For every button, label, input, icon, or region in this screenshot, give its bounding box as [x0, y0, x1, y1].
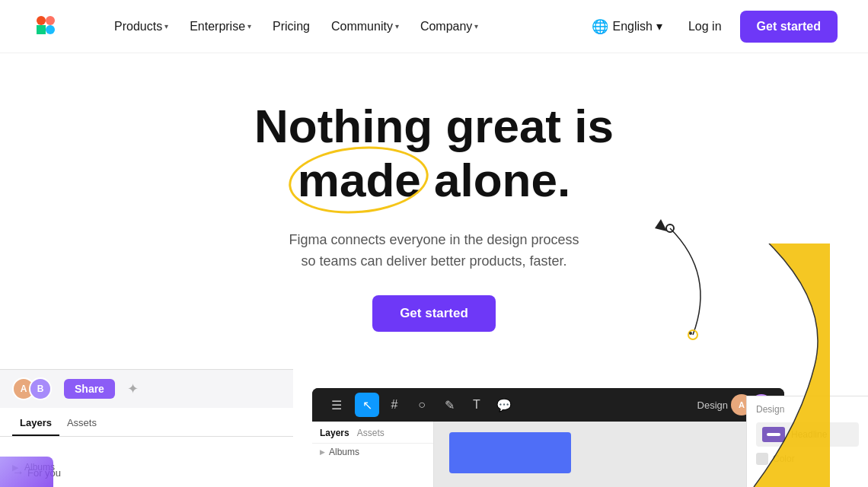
component-thumbnail [762, 427, 785, 442]
layers-panel: Layers Assets ▶ Albums [312, 422, 434, 487]
comment-icon[interactable]: 💬 [492, 393, 516, 417]
design-section-label: Design [756, 404, 859, 415]
hero-title: Nothing great is made alone. [254, 99, 614, 208]
ellipse-icon[interactable]: ○ [410, 393, 434, 417]
figma-canvas [434, 422, 784, 487]
svg-rect-1 [46, 16, 55, 25]
component-name-label: Headline [791, 429, 827, 440]
right-panel-preview: Design Headline Color [746, 396, 868, 487]
avatar: B [29, 377, 52, 400]
purple-blob [0, 457, 53, 487]
logo[interactable] [30, 10, 61, 43]
svg-rect-5 [37, 25, 46, 34]
nav-right: 🌐 English ▾ Log in Get started [584, 11, 838, 43]
share-button[interactable]: Share [64, 379, 115, 399]
tab-assets[interactable]: Assets [59, 412, 104, 436]
hero-highlight-made: made [298, 153, 421, 207]
pen-icon[interactable]: ✎ [437, 393, 461, 417]
bottom-preview: A B Share ✦ Layers Assets ▶ Albums → For… [0, 369, 868, 487]
svg-point-4 [46, 25, 55, 34]
chevron-down-icon: ▾ [247, 22, 251, 30]
chevron-down-icon: ▾ [656, 19, 662, 33]
hero-subtitle: Figma connects everyone in the design pr… [289, 229, 579, 273]
nav-links: Products ▾ Enterprise ▾ Pricing Communit… [107, 14, 584, 40]
nav-community[interactable]: Community ▾ [324, 14, 407, 40]
nav-company[interactable]: Company ▾ [413, 14, 486, 40]
get-started-button-nav[interactable]: Get started [740, 11, 838, 43]
left-panel-preview: A B Share ✦ Layers Assets ▶ Albums → For… [0, 369, 293, 487]
svg-rect-0 [37, 16, 46, 25]
globe-icon: 🌐 [592, 18, 608, 35]
sparkle-icon[interactable]: ✦ [127, 380, 139, 397]
layers-tabs-row: Layers Assets [312, 428, 433, 444]
avatar-group: A B [12, 377, 46, 400]
layers-tab-layers[interactable]: Layers [320, 428, 349, 438]
chevron-down-icon: ▾ [395, 22, 399, 30]
layers-row-albums: ▶ Albums [312, 444, 433, 460]
left-panel-tabs: Layers Assets [0, 408, 293, 437]
chevron-down-icon: ▾ [474, 22, 478, 30]
figma-layers-area: Layers Assets ▶ Albums [312, 422, 784, 487]
color-row: Color [756, 453, 859, 465]
nav-products[interactable]: Products ▾ [107, 14, 176, 40]
layer-label: Albums [329, 447, 359, 457]
select-icon[interactable]: ↖ [355, 393, 379, 417]
text-icon[interactable]: T [464, 393, 489, 417]
design-tab-label[interactable]: Design [697, 399, 728, 411]
figma-ui-preview: ☰ ↖ # ○ ✎ T 💬 Design A B Layers Assets ▶ [312, 388, 784, 487]
chevron-down-icon: ▾ [164, 22, 168, 30]
svg-point-8 [689, 332, 692, 335]
canvas-blue-rect [449, 432, 571, 473]
figma-toolbar: ☰ ↖ # ○ ✎ T 💬 Design A B [312, 388, 784, 422]
navbar: Products ▾ Enterprise ▾ Pricing Communit… [0, 0, 868, 53]
expand-row-icon: ▶ [320, 448, 325, 456]
get-started-button-hero[interactable]: Get started [372, 295, 496, 332]
color-swatch [756, 453, 768, 465]
left-panel-top: A B Share ✦ [0, 370, 293, 408]
frame-icon[interactable]: # [382, 393, 407, 417]
layers-tab-assets[interactable]: Assets [357, 428, 385, 438]
hero-section: Nothing great is made alone. Figma conne… [0, 53, 868, 332]
tab-layers[interactable]: Layers [12, 412, 59, 436]
color-label: Color [773, 454, 795, 464]
menu-icon[interactable]: ☰ [324, 393, 349, 417]
nav-enterprise[interactable]: Enterprise ▾ [182, 14, 259, 40]
component-preview: Headline [756, 422, 859, 447]
component-thumb-inner [767, 433, 780, 436]
nav-pricing[interactable]: Pricing [265, 14, 318, 40]
language-selector[interactable]: 🌐 English ▾ [584, 12, 669, 41]
login-button[interactable]: Log in [676, 14, 734, 40]
